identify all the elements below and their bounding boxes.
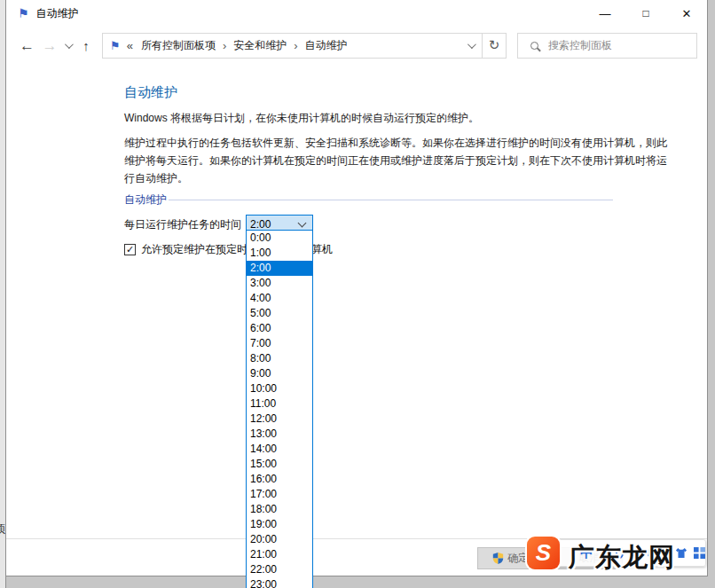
navigation-bar: ← → ↑ ⚑ « 所有控制面板项 › 安全和维护 › 自动维护 ↻ 搜索控制面… [6,27,707,64]
maintenance-flag-icon: ⚑ [18,6,29,20]
minimize-button[interactable]: — [585,0,625,27]
time-label: 每日运行维护任务的时间 [124,217,241,232]
wake-computer-checkbox[interactable]: ✓ [124,244,136,255]
dropdown-item[interactable]: 1:00 [247,246,312,261]
close-button[interactable]: ✕ [666,0,707,27]
dropdown-item[interactable]: 11:00 [247,396,312,412]
ime-skin-icon[interactable] [675,547,688,559]
control-panel-window: ⚑ 自动维护 — □ ✕ ← → ↑ ⚑ « 所有控制面板项 › 安全和维护 ›… [6,0,708,576]
breadcrumb-security-maintenance[interactable]: 安全和维护 [233,38,287,53]
background-text-fragment: 预 [0,521,5,537]
back-button[interactable]: ← [15,38,39,53]
dropdown-item[interactable]: 3:00 [247,276,312,291]
dropdown-item[interactable]: 15:00 [247,457,312,472]
address-flag-icon: ⚑ [110,39,121,52]
intro-text: Windows 将根据每日计划，在你未使用计算机的时候自动运行预定的维护。 [124,111,707,126]
dropdown-item[interactable]: 14:00 [247,442,312,457]
section-divider-line [169,200,613,200]
dropdown-item[interactable]: 8:00 [247,351,312,366]
dropdown-item[interactable]: 5:00 [247,306,312,321]
maximize-button[interactable]: □ [625,0,666,27]
dropdown-item[interactable]: 21:00 [247,547,312,562]
dropdown-item[interactable]: 18:00 [247,502,312,517]
section-title: 自动维护 [124,192,167,208]
forward-button: → [39,38,60,53]
time-combobox-value: 2:00 [250,218,299,231]
ime-toolbox-icon[interactable] [694,547,705,559]
breadcrumb-separator: › [294,39,297,52]
time-dropdown-list[interactable]: 0:001:002:003:004:005:006:007:008:009:00… [246,230,313,588]
page-title: 自动维护 [124,84,707,101]
uac-shield-icon [492,552,504,565]
dropdown-item[interactable]: 12:00 [247,412,312,427]
section-header: 自动维护 [124,192,613,208]
dropdown-item[interactable]: 2:00 [247,261,312,276]
dropdown-item[interactable]: 9:00 [247,366,312,381]
dropdown-item[interactable]: 16:00 [247,472,312,487]
address-bar[interactable]: ⚑ « 所有控制面板项 › 安全和维护 › 自动维护 ↻ [102,33,507,59]
dropdown-item[interactable]: 7:00 [247,336,312,351]
window-title: 自动维护 [36,6,79,21]
dropdown-item[interactable]: 6:00 [247,321,312,336]
chevron-down-icon [64,40,73,49]
ok-button-label: 确定 [507,551,529,566]
dropdown-item[interactable]: 20:00 [247,532,312,547]
refresh-button[interactable]: ↻ [482,34,506,58]
breadcrumb-all-items[interactable]: 所有控制面板项 [141,38,216,53]
background-window-edge: 预 [0,0,6,588]
chevron-down-icon [467,40,475,49]
search-icon [530,42,538,50]
wake-computer-row: ✓ 允许预定维护在预定时间唤醒我的计算机 [124,242,707,257]
titlebar: ⚑ 自动维护 — □ ✕ [6,0,707,27]
dropdown-item[interactable]: 10:00 [247,381,312,396]
page-content: 自动维护 Windows 将根据每日计划，在你未使用计算机的时候自动运行预定的维… [6,64,707,257]
breadcrumb-automatic-maintenance[interactable]: 自动维护 [305,38,348,53]
breadcrumb-separator: › [223,39,226,52]
address-dropdown-button[interactable] [459,34,482,58]
ime-sogou-logo[interactable]: S [527,537,560,569]
chevron-down-icon [298,219,307,228]
dropdown-item[interactable]: 17:00 [247,487,312,502]
dropdown-item[interactable]: 13:00 [247,427,312,442]
dropdown-item[interactable]: 22:00 [247,562,312,577]
window-controls: — □ ✕ [585,0,707,27]
dropdown-item[interactable]: 0:00 [247,231,312,246]
dropdown-item[interactable]: 4:00 [247,291,312,306]
description-text: 维护过程中执行的任务包括软件更新、安全扫描和系统诊断等。如果你在选择进行维护的时… [124,134,668,187]
up-button[interactable]: ↑ [75,38,98,53]
recent-pages-dropdown[interactable] [60,43,75,49]
maintenance-time-row: 每日运行维护任务的时间 2:00 [124,215,707,234]
watermark-text: 广东龙网 [569,540,675,576]
search-placeholder: 搜索控制面板 [548,38,612,53]
breadcrumb-overflow-icon[interactable]: « [127,39,133,52]
dropdown-item[interactable]: 23:00 [247,577,312,588]
search-box[interactable]: 搜索控制面板 [517,33,697,59]
dropdown-item[interactable]: 19:00 [247,517,312,532]
